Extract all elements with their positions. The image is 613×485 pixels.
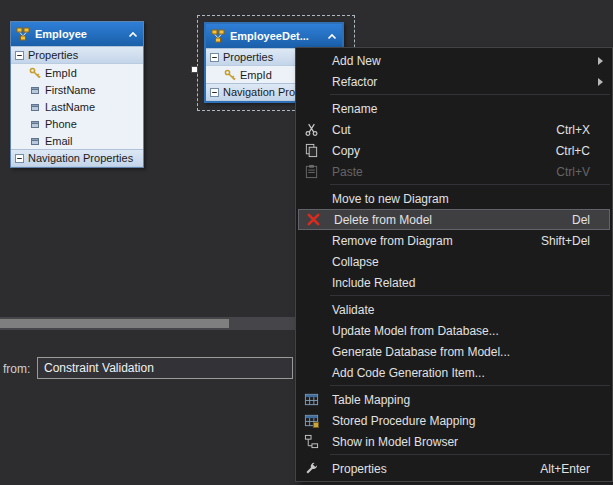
property-icon	[29, 118, 41, 130]
menu-item-validate[interactable]: Validate	[296, 299, 612, 320]
entity-employee[interactable]: Employee Properties EmpId FirstName Last…	[10, 21, 144, 168]
property-name: EmpId	[240, 69, 272, 81]
property-row-firstname[interactable]: FirstName	[11, 81, 143, 98]
section-row-navigation-properties[interactable]: Navigation Properties	[11, 149, 143, 167]
property-row-email[interactable]: Email	[11, 132, 143, 149]
property-name: Email	[45, 135, 73, 147]
entity-title: EmployeeDet...	[230, 30, 322, 42]
property-name: LastName	[45, 101, 95, 113]
collapse-minus-icon[interactable]	[15, 154, 24, 163]
menu-item-stored-procedure-mapping[interactable]: Stored Procedure Mapping	[296, 410, 612, 431]
key-icon	[29, 67, 41, 79]
key-icon	[224, 69, 236, 81]
delete-red-x-icon	[298, 212, 328, 227]
combobox-value: Constraint Validation	[44, 361, 154, 375]
menu-item-include-related[interactable]: Include Related	[296, 272, 612, 293]
entity-title: Employee	[35, 28, 123, 40]
property-row-empid[interactable]: EmpId	[11, 64, 143, 81]
menu-item-show-in-model-browser[interactable]: Show in Model Browser	[296, 431, 612, 452]
paste-icon	[296, 164, 326, 179]
menu-item-remove-from-diagram[interactable]: Remove from Diagram Shift+Del	[296, 230, 612, 251]
menu-item-collapse[interactable]: Collapse	[296, 251, 612, 272]
property-row-phone[interactable]: Phone	[11, 115, 143, 132]
menu-item-add-new[interactable]: Add New	[296, 50, 612, 71]
wrench-icon	[296, 461, 326, 476]
menu-item-move-to-new-diagram[interactable]: Move to new Diagram	[296, 188, 612, 209]
menu-item-rename[interactable]: Rename	[296, 98, 612, 119]
diagram-canvas[interactable]: Employee Properties EmpId FirstName Last…	[0, 0, 613, 485]
section-row-properties[interactable]: Properties	[11, 46, 143, 64]
entity-type-icon	[211, 29, 225, 43]
menu-separator	[330, 454, 610, 455]
collapse-minus-icon[interactable]	[210, 88, 219, 97]
menu-separator	[330, 385, 610, 386]
section-label: Properties	[223, 51, 273, 63]
menu-item-paste[interactable]: Paste Ctrl+V	[296, 161, 612, 182]
collapse-minus-icon[interactable]	[210, 53, 219, 62]
copy-icon	[296, 143, 326, 158]
menu-item-delete-from-model[interactable]: Delete from Model Del	[298, 209, 610, 230]
property-name: EmpId	[45, 67, 77, 79]
selection-resize-handle[interactable]	[191, 66, 198, 73]
menu-item-cut[interactable]: Cut Ctrl+X	[296, 119, 612, 140]
property-row-lastname[interactable]: LastName	[11, 98, 143, 115]
model-browser-icon	[296, 434, 326, 449]
scrollbar-thumb[interactable]	[0, 319, 229, 328]
table-mapping-icon	[296, 392, 326, 407]
context-menu: Add New Refactor Rename Cut Ctrl+X Copy …	[295, 47, 613, 482]
property-name: FirstName	[45, 84, 96, 96]
property-icon	[29, 84, 41, 96]
menu-separator	[330, 295, 610, 296]
menu-item-generate-database-from-model[interactable]: Generate Database from Model...	[296, 341, 612, 362]
entity-employee-header[interactable]: Employee	[11, 22, 143, 46]
property-name: Phone	[45, 118, 77, 130]
section-label: Navigation Properties	[28, 152, 133, 164]
collapse-minus-icon[interactable]	[15, 51, 24, 60]
from-label: from:	[3, 362, 30, 376]
menu-separator	[330, 94, 610, 95]
submenu-arrow-icon	[598, 78, 603, 86]
menu-item-update-model-from-database[interactable]: Update Model from Database...	[296, 320, 612, 341]
section-label: Properties	[28, 49, 78, 61]
entity-type-icon	[16, 27, 30, 41]
collapse-chevron-up-icon[interactable]	[128, 31, 138, 38]
stored-procedure-mapping-icon	[296, 413, 326, 428]
menu-item-properties[interactable]: Properties Alt+Enter	[296, 458, 612, 479]
property-icon	[29, 101, 41, 113]
menu-item-add-code-generation-item[interactable]: Add Code Generation Item...	[296, 362, 612, 383]
collapse-chevron-up-icon[interactable]	[327, 33, 337, 40]
menu-item-refactor[interactable]: Refactor	[296, 71, 612, 92]
menu-item-copy[interactable]: Copy Ctrl+C	[296, 140, 612, 161]
property-icon	[29, 135, 41, 147]
entity-employeedet-header[interactable]: EmployeeDet...	[206, 24, 342, 48]
submenu-arrow-icon	[598, 57, 603, 65]
menu-separator	[330, 184, 610, 185]
menu-item-table-mapping[interactable]: Table Mapping	[296, 389, 612, 410]
constraint-validation-combobox[interactable]: Constraint Validation	[37, 357, 293, 379]
scissors-icon	[296, 122, 326, 137]
